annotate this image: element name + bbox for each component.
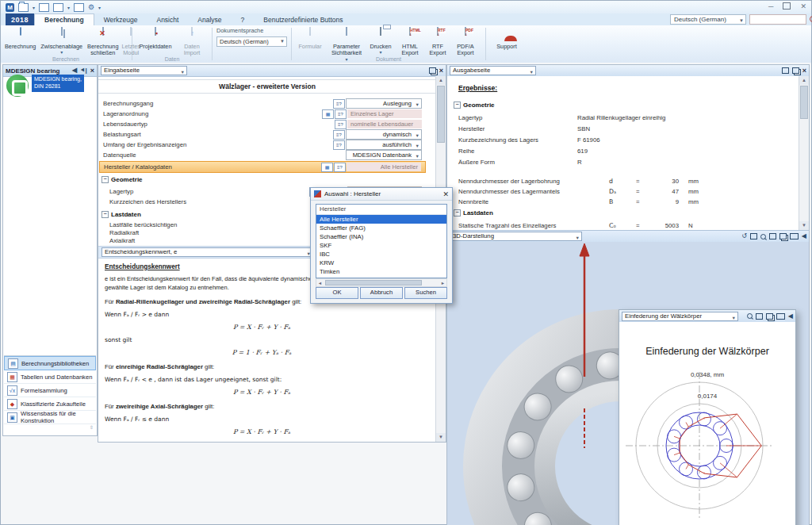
- close-panel-icon[interactable]: ×: [802, 67, 806, 75]
- collapse-section-icon[interactable]: −: [102, 176, 109, 183]
- lageranordnung-value[interactable]: Einzelnes Lager: [347, 109, 422, 118]
- hersteller-listbox[interactable]: Hersteller Alle Hersteller Schaeffler (F…: [316, 204, 447, 278]
- float-panel-icon[interactable]: [792, 67, 799, 74]
- collapse-section-icon[interactable]: −: [454, 209, 461, 217]
- settings-gear-icon[interactable]: ⚙: [88, 3, 94, 11]
- collapse-left-icon[interactable]: ◀: [72, 67, 77, 75]
- rotate-view-icon[interactable]: ↺: [741, 232, 747, 240]
- drucken-button[interactable]: Drucken▾: [366, 27, 396, 56]
- maximize-panel-icon[interactable]: [782, 67, 789, 74]
- pin-left-icon[interactable]: ⯇|: [80, 67, 87, 75]
- search-input[interactable]: [749, 14, 806, 25]
- pdfa-export-button[interactable]: PDF↓PDF/A Export: [451, 27, 480, 58]
- tab-analyse[interactable]: Analyse: [188, 13, 231, 25]
- dialog-horizontal-scrollbar[interactable]: ◄ ►: [316, 278, 447, 287]
- help-icon[interactable]: ≡?: [333, 140, 345, 150]
- support-button[interactable]: Support: [489, 27, 524, 51]
- close-panel-icon[interactable]: ×: [90, 67, 94, 75]
- dialog-close-icon[interactable]: ✕: [442, 190, 449, 198]
- umfang-select[interactable]: ausführlich▼: [346, 140, 422, 150]
- list-item[interactable]: Schaeffler (INA): [316, 232, 446, 241]
- copy-view-icon[interactable]: [766, 313, 773, 320]
- daten-import-button[interactable]: ↑Daten Import: [175, 27, 209, 58]
- table-select-icon[interactable]: ▦: [321, 163, 333, 172]
- help-icon[interactable]: ≡?: [335, 120, 347, 129]
- frame-icon[interactable]: [776, 313, 785, 320]
- list-item[interactable]: KRW: [316, 259, 446, 267]
- sidebar-item-klassifizierte-zukaufteile[interactable]: ◆Klassifizierte Zukaufteile: [4, 397, 96, 411]
- list-item[interactable]: Alle Hersteller: [316, 215, 446, 224]
- minimize-button[interactable]: ─: [768, 2, 773, 10]
- app-logo-icon[interactable]: M: [6, 3, 14, 12]
- help-icon[interactable]: ≡?: [333, 99, 345, 109]
- search-button[interactable]: Suchen: [404, 287, 447, 299]
- scroll-down-arrow[interactable]: ▼: [436, 433, 446, 442]
- new-window-icon[interactable]: [769, 233, 776, 240]
- sidebar-item-wissensbasis[interactable]: ▣Wissensbasis für die Konstruktion: [4, 411, 96, 424]
- page-select-input[interactable]: Eingabeseite▼: [101, 66, 187, 75]
- list-item[interactable]: SKF: [316, 241, 446, 250]
- module-icon[interactable]: [74, 3, 84, 12]
- zwischenablage-button[interactable]: Zwischenablage▾: [39, 27, 84, 56]
- belastungsart-select[interactable]: dynamisch▼: [346, 129, 422, 140]
- open-file-icon[interactable]: [18, 3, 29, 12]
- cancel-button[interactable]: Abbruch: [360, 287, 403, 299]
- deflection-page-select[interactable]: Einfederung der Wälzkörper▼: [622, 312, 738, 321]
- lebensdauertyp-value[interactable]: nominelle Lebensdauer: [347, 120, 422, 128]
- rtf-export-button[interactable]: RTF↓RTF Export: [424, 27, 451, 58]
- zoom-icon[interactable]: [747, 313, 753, 319]
- save-icon[interactable]: [39, 3, 49, 12]
- tab-werkzeuge[interactable]: Werkzeuge: [94, 13, 147, 25]
- copy-view-icon[interactable]: [779, 233, 787, 240]
- new-window-icon[interactable]: [756, 313, 763, 320]
- berechnung-schliessen-button[interactable]: ✕Berechnung schließen: [86, 27, 120, 58]
- list-item[interactable]: Schaeffler (FAG): [316, 224, 446, 232]
- sidebar-resize-grip[interactable]: ⇳: [4, 424, 96, 431]
- save-as-icon[interactable]: [53, 3, 63, 12]
- sidebar-item-formelsammlung[interactable]: √xFormelsammlung: [4, 384, 96, 397]
- open-file-dropdown[interactable]: ▾: [33, 5, 35, 10]
- ok-button[interactable]: OK: [316, 287, 358, 299]
- html-export-button[interactable]: HTML↓HTML Export: [396, 27, 424, 58]
- sidebar-item-tabellen-und-datenbanken[interactable]: ▦Tabellen und Datenbanken: [4, 370, 96, 384]
- collapse-section-icon[interactable]: −: [102, 211, 109, 218]
- hersteller-row-highlighted[interactable]: Hersteller / Katalogdaten▦≡?Alle Herstel…: [99, 161, 426, 173]
- scroll-thumb[interactable]: [800, 86, 808, 119]
- view3d-page-select[interactable]: 3D-Darstellung▼: [450, 232, 582, 241]
- collapse-panel-icon[interactable]: ◀: [802, 232, 806, 240]
- tab-ansicht[interactable]: Ansicht: [147, 13, 188, 25]
- hersteller-value[interactable]: Alle Hersteller: [347, 163, 421, 171]
- formular-button[interactable]: Formular: [295, 27, 325, 51]
- dokumentsprache-select[interactable]: Deutsch (German)▼: [216, 36, 287, 47]
- projektdaten-button[interactable]: ▪Projektdaten: [136, 27, 175, 51]
- save-dropdown[interactable]: ▾: [67, 5, 70, 10]
- close-panel-icon[interactable]: ×: [439, 67, 443, 75]
- dialog-titlebar[interactable]: Auswahl : Hersteller ✕: [311, 188, 452, 201]
- scroll-thumb[interactable]: [437, 86, 445, 143]
- tab-help[interactable]: ?: [232, 13, 255, 25]
- zoom-icon[interactable]: [760, 234, 766, 240]
- maximize-button[interactable]: [783, 2, 791, 10]
- list-item[interactable]: Timken: [316, 267, 446, 276]
- scroll-up-arrow[interactable]: ▲: [799, 76, 809, 85]
- scroll-up-arrow[interactable]: ▲: [436, 76, 446, 85]
- scroll-left-arrow[interactable]: ◄: [316, 281, 324, 285]
- ui-language-select[interactable]: Deutsch (German)▼: [670, 14, 746, 25]
- section-select[interactable]: Entscheidungskennwert, e▼: [102, 247, 313, 257]
- sidebar-item-berechnungsbibliotheken[interactable]: ▤Berechnungsbibliotheken: [4, 356, 96, 370]
- scroll-down-arrow[interactable]: ▼: [799, 221, 809, 230]
- page-select-output[interactable]: Ausgabeseite▼: [450, 66, 536, 75]
- collapse-panel-icon[interactable]: ◀: [788, 312, 793, 320]
- help-icon[interactable]: ≡?: [334, 163, 346, 172]
- cube-view-icon[interactable]: [750, 233, 757, 240]
- tab-berechnung[interactable]: Berechnung: [34, 13, 94, 25]
- datenquelle-select[interactable]: MDESIGN Datenbank▼: [346, 150, 422, 160]
- list-item[interactable]: IBC: [316, 250, 446, 259]
- collapse-section-icon[interactable]: −: [454, 102, 461, 109]
- frame-icon[interactable]: [790, 233, 799, 240]
- module-tree-node[interactable]: MDESIGN bearing, DIN 26281: [6, 75, 84, 97]
- help-icon[interactable]: ≡?: [335, 109, 347, 119]
- scroll-right-arrow[interactable]: ►: [439, 281, 446, 285]
- qat-customize-icon[interactable]: ▾: [98, 5, 101, 10]
- output-panel-scrollbar[interactable]: ▲ ▼: [799, 76, 809, 230]
